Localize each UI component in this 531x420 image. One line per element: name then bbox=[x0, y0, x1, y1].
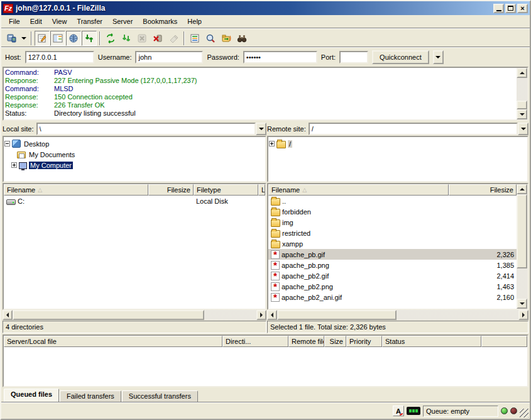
column-header-direction[interactable]: Directi... bbox=[222, 336, 288, 347]
column-header-last-modified[interactable]: L bbox=[258, 184, 265, 196]
username-input[interactable] bbox=[135, 51, 203, 64]
refresh-button[interactable] bbox=[103, 31, 118, 46]
local-file-row[interactable]: C: Local Disk bbox=[4, 196, 265, 206]
column-header-filesize[interactable]: Filesize bbox=[449, 184, 517, 196]
port-input[interactable] bbox=[339, 51, 368, 64]
tab-queued-files[interactable]: Queued files bbox=[4, 389, 59, 402]
minimize-button[interactable] bbox=[493, 4, 504, 13]
local-tree[interactable]: Desktop My Documents My Computer bbox=[3, 136, 266, 182]
scroll-up-button[interactable] bbox=[517, 68, 527, 78]
tree-item-my-computer[interactable]: My Computer bbox=[4, 160, 265, 170]
remote-list-body[interactable]: .. forbidden img restricted bbox=[268, 196, 517, 309]
password-input[interactable] bbox=[243, 51, 317, 64]
resize-grip[interactable] bbox=[520, 409, 528, 417]
toggle-transfer-queue-button[interactable] bbox=[82, 31, 97, 46]
column-header-filename[interactable]: Filename bbox=[4, 184, 148, 196]
column-header-filename[interactable]: Filename bbox=[268, 184, 449, 196]
scroll-right-button[interactable] bbox=[518, 310, 528, 320]
column-header-filetype[interactable]: Filetype bbox=[194, 184, 258, 196]
remote-file-row[interactable]: .. bbox=[268, 196, 517, 206]
remote-file-row-selected[interactable]: *apache_pb.gif 2,326 bbox=[268, 249, 517, 260]
toggle-tree-view-button[interactable] bbox=[50, 31, 65, 46]
column-header-server-local-file[interactable]: Server/Local file bbox=[4, 336, 222, 347]
find-files-button[interactable] bbox=[234, 31, 249, 46]
menu-file[interactable]: File bbox=[4, 16, 25, 27]
log-vertical-scrollbar[interactable] bbox=[517, 68, 527, 119]
remote-file-row[interactable]: img bbox=[268, 217, 517, 228]
scrollbar-thumb[interactable] bbox=[277, 310, 397, 320]
scrollbar-thumb[interactable] bbox=[13, 310, 204, 320]
synchronized-browsing-button[interactable] bbox=[219, 31, 234, 46]
reconnect-button[interactable] bbox=[166, 31, 181, 46]
scroll-down-button[interactable] bbox=[517, 299, 527, 309]
remote-site-input[interactable] bbox=[309, 123, 518, 135]
menu-bookmarks[interactable]: Bookmarks bbox=[138, 16, 182, 27]
remote-site-combo[interactable] bbox=[309, 123, 528, 135]
maximize-button[interactable] bbox=[505, 4, 516, 13]
tree-item-my-documents[interactable]: My Documents bbox=[4, 149, 265, 160]
cancel-operation-button[interactable] bbox=[134, 31, 150, 46]
scroll-left-button[interactable] bbox=[267, 310, 277, 320]
local-site-input[interactable] bbox=[36, 123, 256, 135]
directory-comparison-button[interactable] bbox=[203, 31, 218, 46]
remote-file-row[interactable]: xampp bbox=[268, 238, 517, 249]
local-horizontal-scrollbar[interactable] bbox=[3, 310, 266, 320]
scrollbar-thumb[interactable] bbox=[517, 194, 527, 268]
transfer-type-indicator-icon[interactable]: A bbox=[393, 406, 404, 416]
remote-file-row[interactable]: *apache_pb2.png 1,463 bbox=[268, 281, 517, 292]
remote-file-row[interactable]: *apache_pb2.gif 2,414 bbox=[268, 270, 517, 281]
column-header-size[interactable]: Size bbox=[324, 336, 346, 347]
file-size: 2,414 bbox=[449, 272, 517, 280]
menu-server[interactable]: Server bbox=[107, 16, 138, 27]
disconnect-button[interactable] bbox=[150, 31, 165, 46]
menu-help[interactable]: Help bbox=[182, 16, 207, 27]
local-site-combo[interactable] bbox=[36, 123, 266, 135]
tab-failed-transfers[interactable]: Failed transfers bbox=[60, 390, 121, 402]
quickconnect-button[interactable]: Quickconnect bbox=[372, 50, 429, 64]
remote-file-row[interactable]: restricted bbox=[268, 228, 517, 238]
remote-horizontal-scrollbar[interactable] bbox=[267, 310, 528, 320]
file-name: apache_pb2.png bbox=[282, 283, 333, 290]
remote-file-row[interactable]: *apache_pb2_ani.gif 2,160 bbox=[268, 292, 517, 302]
speed-limit-indicator-icon[interactable] bbox=[407, 407, 420, 415]
scroll-down-button[interactable] bbox=[517, 109, 527, 119]
column-header-filesize[interactable]: Filesize bbox=[148, 184, 194, 196]
queue-list-body[interactable] bbox=[4, 347, 527, 386]
remote-file-row[interactable]: forbidden bbox=[268, 206, 517, 217]
host-input[interactable] bbox=[25, 51, 94, 64]
column-header-remote-file[interactable]: Remote file bbox=[288, 336, 324, 347]
title-bar[interactable]: Fz john@127.0.0.1 - FileZilla × bbox=[1, 1, 530, 15]
menu-view[interactable]: View bbox=[47, 16, 72, 27]
compare-icon bbox=[205, 33, 216, 43]
menu-transfer[interactable]: Transfer bbox=[72, 16, 107, 27]
remote-status-text: Selected 1 file. Total size: 2,326 bytes bbox=[267, 321, 528, 333]
scroll-up-button[interactable] bbox=[517, 184, 527, 194]
remote-tree[interactable]: / bbox=[267, 136, 528, 182]
activity-led-red-icon bbox=[510, 407, 517, 414]
column-header-status[interactable]: Status bbox=[382, 336, 481, 347]
toggle-remote-tree-view-button[interactable] bbox=[66, 31, 81, 46]
quickconnect-dropdown-button[interactable] bbox=[433, 50, 444, 64]
toggle-message-log-button[interactable] bbox=[35, 31, 50, 46]
site-manager-button[interactable] bbox=[4, 31, 19, 46]
scroll-right-button[interactable] bbox=[256, 310, 266, 320]
column-header-priority[interactable]: Priority bbox=[346, 336, 382, 347]
remote-vertical-scrollbar[interactable] bbox=[517, 184, 527, 309]
menu-edit[interactable]: Edit bbox=[25, 16, 47, 27]
tree-item-desktop[interactable]: Desktop bbox=[4, 138, 265, 149]
tree-item-root[interactable]: / bbox=[269, 138, 527, 149]
scroll-left-button[interactable] bbox=[3, 310, 13, 320]
close-button[interactable]: × bbox=[517, 4, 528, 13]
scrollbar-thumb[interactable] bbox=[517, 101, 527, 109]
remote-site-dropdown-button[interactable] bbox=[518, 123, 528, 135]
directory-listing-filters-button[interactable] bbox=[187, 31, 202, 46]
site-manager-dropdown-button[interactable] bbox=[19, 31, 28, 46]
remote-file-row[interactable]: *apache_pb.png 1,385 bbox=[268, 260, 517, 270]
local-list-body[interactable]: C: Local Disk bbox=[4, 196, 265, 309]
tab-successful-transfers[interactable]: Successful transfers bbox=[122, 390, 198, 402]
expand-icon[interactable] bbox=[11, 162, 17, 168]
expand-icon[interactable] bbox=[269, 141, 275, 146]
local-site-dropdown-button[interactable] bbox=[256, 123, 266, 135]
process-queue-button[interactable] bbox=[119, 31, 134, 46]
collapse-icon[interactable] bbox=[4, 141, 10, 146]
